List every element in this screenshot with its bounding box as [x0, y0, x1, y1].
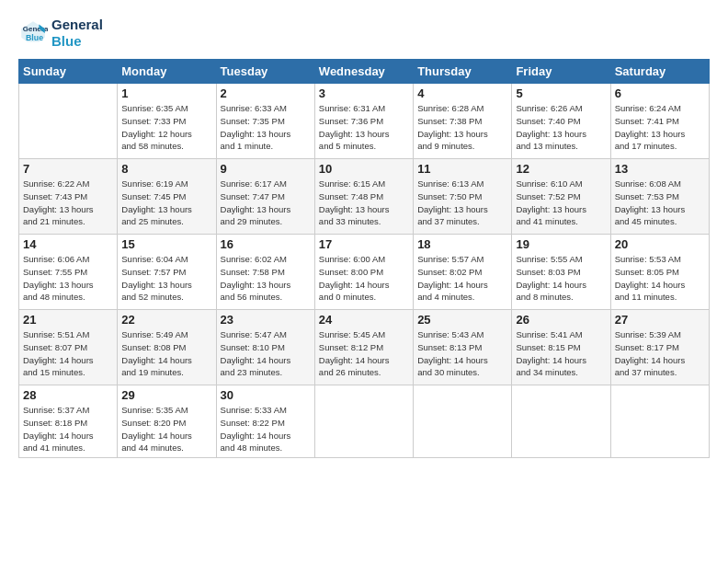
day-info: Sunrise: 6:02 AM Sunset: 7:58 PM Dayligh…	[221, 253, 311, 304]
day-info: Sunrise: 6:28 AM Sunset: 7:38 PM Dayligh…	[417, 102, 507, 153]
calendar: SundayMondayTuesdayWednesdayThursdayFrid…	[18, 59, 710, 458]
day-info: Sunrise: 5:39 AM Sunset: 8:17 PM Dayligh…	[615, 328, 705, 379]
day-number: 15	[121, 237, 211, 251]
calendar-cell	[314, 385, 413, 458]
calendar-cell: 16Sunrise: 6:02 AM Sunset: 7:58 PM Dayli…	[216, 235, 314, 310]
day-number: 4	[417, 86, 507, 100]
day-number: 28	[23, 388, 113, 402]
day-info: Sunrise: 5:41 AM Sunset: 8:15 PM Dayligh…	[516, 328, 606, 379]
day-number: 9	[221, 162, 311, 176]
day-number: 12	[516, 162, 606, 176]
calendar-cell: 14Sunrise: 6:06 AM Sunset: 7:55 PM Dayli…	[19, 235, 118, 310]
calendar-cell: 30Sunrise: 5:33 AM Sunset: 8:22 PM Dayli…	[216, 385, 314, 458]
calendar-cell: 1Sunrise: 6:35 AM Sunset: 7:33 PM Daylig…	[118, 84, 216, 159]
day-info: Sunrise: 5:33 AM Sunset: 8:22 PM Dayligh…	[221, 404, 311, 454]
calendar-cell: 25Sunrise: 5:43 AM Sunset: 8:13 PM Dayli…	[414, 310, 512, 385]
day-number: 27	[615, 313, 705, 327]
calendar-cell: 26Sunrise: 5:41 AM Sunset: 8:15 PM Dayli…	[512, 310, 610, 385]
day-number: 24	[319, 313, 409, 327]
calendar-cell: 3Sunrise: 6:31 AM Sunset: 7:36 PM Daylig…	[314, 84, 413, 159]
day-number: 23	[221, 313, 311, 327]
weekday-header-monday: Monday	[118, 60, 216, 84]
calendar-cell: 5Sunrise: 6:26 AM Sunset: 7:40 PM Daylig…	[512, 84, 610, 159]
weekday-header-friday: Friday	[512, 60, 610, 84]
calendar-cell: 8Sunrise: 6:19 AM Sunset: 7:45 PM Daylig…	[118, 159, 216, 235]
day-number: 20	[615, 237, 705, 251]
calendar-row-2: 14Sunrise: 6:06 AM Sunset: 7:55 PM Dayli…	[19, 235, 710, 310]
calendar-cell: 22Sunrise: 5:49 AM Sunset: 8:08 PM Dayli…	[118, 310, 216, 385]
day-info: Sunrise: 5:55 AM Sunset: 8:03 PM Dayligh…	[516, 253, 606, 304]
calendar-cell: 15Sunrise: 6:04 AM Sunset: 7:57 PM Dayli…	[118, 235, 216, 310]
logo-text: GeneralBlue	[51, 17, 103, 50]
weekday-header-row: SundayMondayTuesdayWednesdayThursdayFrid…	[19, 60, 710, 84]
day-number: 3	[319, 86, 409, 100]
calendar-cell: 21Sunrise: 5:51 AM Sunset: 8:07 PM Dayli…	[19, 310, 118, 385]
day-info: Sunrise: 6:13 AM Sunset: 7:50 PM Dayligh…	[417, 178, 507, 228]
weekday-header-tuesday: Tuesday	[216, 60, 314, 84]
calendar-cell: 12Sunrise: 6:10 AM Sunset: 7:52 PM Dayli…	[512, 159, 610, 235]
day-info: Sunrise: 6:00 AM Sunset: 8:00 PM Dayligh…	[319, 253, 409, 304]
calendar-cell: 4Sunrise: 6:28 AM Sunset: 7:38 PM Daylig…	[414, 84, 512, 159]
calendar-cell: 20Sunrise: 5:53 AM Sunset: 8:05 PM Dayli…	[610, 235, 709, 310]
calendar-cell: 23Sunrise: 5:47 AM Sunset: 8:10 PM Dayli…	[216, 310, 314, 385]
day-number: 2	[221, 86, 311, 100]
calendar-cell	[414, 385, 512, 458]
day-info: Sunrise: 5:49 AM Sunset: 8:08 PM Dayligh…	[121, 328, 211, 379]
day-info: Sunrise: 5:43 AM Sunset: 8:13 PM Dayligh…	[417, 328, 507, 379]
day-info: Sunrise: 6:31 AM Sunset: 7:36 PM Dayligh…	[319, 102, 409, 153]
calendar-cell	[19, 84, 118, 159]
calendar-cell: 11Sunrise: 6:13 AM Sunset: 7:50 PM Dayli…	[414, 159, 512, 235]
day-number: 17	[319, 237, 409, 251]
day-number: 10	[319, 162, 409, 176]
svg-text:Blue: Blue	[26, 33, 43, 42]
day-number: 29	[121, 388, 211, 402]
header: General Blue GeneralBlue	[18, 17, 710, 50]
calendar-cell: 2Sunrise: 6:33 AM Sunset: 7:35 PM Daylig…	[216, 84, 314, 159]
day-number: 11	[417, 162, 507, 176]
day-number: 21	[23, 313, 113, 327]
weekday-header-wednesday: Wednesday	[314, 60, 413, 84]
day-number: 25	[417, 313, 507, 327]
calendar-cell: 13Sunrise: 6:08 AM Sunset: 7:53 PM Dayli…	[610, 159, 709, 235]
day-number: 6	[615, 86, 705, 100]
calendar-cell: 27Sunrise: 5:39 AM Sunset: 8:17 PM Dayli…	[610, 310, 709, 385]
day-info: Sunrise: 5:53 AM Sunset: 8:05 PM Dayligh…	[615, 253, 705, 304]
day-info: Sunrise: 6:22 AM Sunset: 7:43 PM Dayligh…	[23, 178, 113, 228]
calendar-row-1: 7Sunrise: 6:22 AM Sunset: 7:43 PM Daylig…	[19, 159, 710, 235]
day-info: Sunrise: 5:51 AM Sunset: 8:07 PM Dayligh…	[23, 328, 113, 379]
calendar-row-3: 21Sunrise: 5:51 AM Sunset: 8:07 PM Dayli…	[19, 310, 710, 385]
day-number: 19	[516, 237, 606, 251]
logo: General Blue GeneralBlue	[18, 17, 103, 50]
weekday-header-sunday: Sunday	[19, 60, 118, 84]
day-number: 8	[121, 162, 211, 176]
day-info: Sunrise: 5:35 AM Sunset: 8:20 PM Dayligh…	[121, 404, 211, 454]
calendar-cell: 24Sunrise: 5:45 AM Sunset: 8:12 PM Dayli…	[314, 310, 413, 385]
calendar-cell: 10Sunrise: 6:15 AM Sunset: 7:48 PM Dayli…	[314, 159, 413, 235]
day-number: 13	[615, 162, 705, 176]
day-info: Sunrise: 5:57 AM Sunset: 8:02 PM Dayligh…	[417, 253, 507, 304]
day-number: 7	[23, 162, 113, 176]
calendar-cell: 28Sunrise: 5:37 AM Sunset: 8:18 PM Dayli…	[19, 385, 118, 458]
day-info: Sunrise: 5:45 AM Sunset: 8:12 PM Dayligh…	[319, 328, 409, 379]
day-number: 26	[516, 313, 606, 327]
weekday-header-saturday: Saturday	[610, 60, 709, 84]
day-info: Sunrise: 5:37 AM Sunset: 8:18 PM Dayligh…	[23, 404, 113, 454]
day-info: Sunrise: 6:19 AM Sunset: 7:45 PM Dayligh…	[121, 178, 211, 228]
day-number: 14	[23, 237, 113, 251]
day-number: 16	[221, 237, 311, 251]
day-info: Sunrise: 6:06 AM Sunset: 7:55 PM Dayligh…	[23, 253, 113, 304]
day-info: Sunrise: 6:26 AM Sunset: 7:40 PM Dayligh…	[516, 102, 606, 153]
day-info: Sunrise: 6:15 AM Sunset: 7:48 PM Dayligh…	[319, 178, 409, 228]
calendar-cell	[512, 385, 610, 458]
page: General Blue GeneralBlue SundayMondayTue…	[0, 0, 728, 467]
calendar-cell: 18Sunrise: 5:57 AM Sunset: 8:02 PM Dayli…	[414, 235, 512, 310]
day-info: Sunrise: 6:04 AM Sunset: 7:57 PM Dayligh…	[121, 253, 211, 304]
day-info: Sunrise: 6:33 AM Sunset: 7:35 PM Dayligh…	[221, 102, 311, 153]
day-info: Sunrise: 6:24 AM Sunset: 7:41 PM Dayligh…	[615, 102, 705, 153]
calendar-row-4: 28Sunrise: 5:37 AM Sunset: 8:18 PM Dayli…	[19, 385, 710, 458]
calendar-cell: 19Sunrise: 5:55 AM Sunset: 8:03 PM Dayli…	[512, 235, 610, 310]
day-number: 5	[516, 86, 606, 100]
day-number: 30	[221, 388, 311, 402]
calendar-cell: 29Sunrise: 5:35 AM Sunset: 8:20 PM Dayli…	[118, 385, 216, 458]
day-info: Sunrise: 6:10 AM Sunset: 7:52 PM Dayligh…	[516, 178, 606, 228]
